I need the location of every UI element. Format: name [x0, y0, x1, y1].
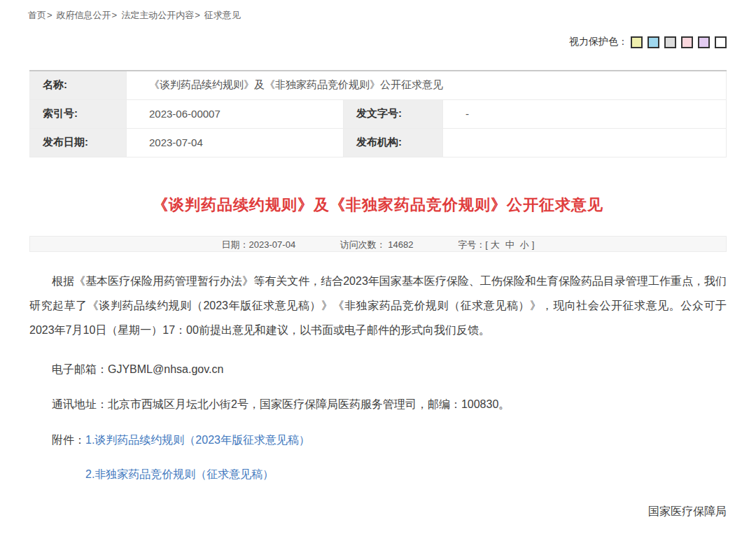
- article-meta-bar: 日期：2023-07-04 访问次数： 14682 字号：[大中小]: [29, 236, 727, 252]
- email-line: 电子邮箱：GJYBML@nhsa.gov.cn: [29, 363, 727, 377]
- publish-date-value: 2023-07-04: [127, 128, 344, 157]
- color-swatch-gray[interactable]: [664, 36, 676, 48]
- index-number-label: 索引号:: [30, 99, 127, 128]
- eye-protection-bar: 视力保护色：: [0, 36, 727, 48]
- attachment-link-2[interactable]: 2.非独家药品竞价规则（征求意见稿）: [85, 468, 310, 482]
- article-paragraph: 根据《基本医疗保险用药管理暂行办法》等有关文件，结合2023年国家基本医疗保险、…: [29, 269, 727, 342]
- attachments-block: 附件： 1.谈判药品续约规则（2023年版征求意见稿） 2.非独家药品竞价规则（…: [29, 433, 727, 482]
- eye-protection-label: 视力保护色：: [569, 36, 628, 48]
- breadcrumb-separator: >: [195, 10, 200, 20]
- publisher-label: 发布机构:: [344, 128, 443, 157]
- breadcrumb-separator: >: [47, 10, 52, 20]
- font-size-label: 字号：[: [458, 239, 488, 250]
- signature-agency: 国家医疗保障局: [29, 505, 727, 519]
- meta-date-label: 日期：: [222, 239, 249, 250]
- font-size-small-button[interactable]: 小: [520, 239, 529, 250]
- meta-font-size: 字号：[大中小]: [458, 239, 534, 250]
- content-container: 名称: 《谈判药品续约规则》及《非独家药品竞价规则》公开征求意见 索引号: 20…: [29, 70, 727, 541]
- name-value: 《谈判药品续约规则》及《非独家药品竞价规则》公开征求意见: [127, 71, 727, 99]
- publisher-value: [443, 128, 727, 157]
- breadcrumb-separator: >: [112, 10, 118, 20]
- article-body: 根据《基本医疗保险用药管理暂行办法》等有关文件，结合2023年国家基本医疗保险、…: [29, 269, 727, 541]
- doc-number-label: 发文字号:: [344, 99, 443, 128]
- attachments-label: 附件：: [52, 433, 85, 482]
- signature-block: 国家医疗保障局 2023年7月4日: [29, 505, 727, 541]
- index-number-value: 2023-06-00007: [127, 99, 344, 128]
- attachment-links: 1.谈判药品续约规则（2023年版征求意见稿） 2.非独家药品竞价规则（征求意见…: [85, 433, 310, 482]
- attachment-link-1[interactable]: 1.谈判药品续约规则（2023年版征求意见稿）: [85, 433, 310, 448]
- breadcrumb-item-gov-info[interactable]: 政府信息公开: [57, 10, 111, 20]
- meta-date: 日期：2023-07-04: [222, 239, 296, 250]
- meta-date-value: 2023-07-04: [249, 239, 296, 250]
- table-row-publish: 发布日期: 2023-07-04 发布机构:: [30, 128, 727, 157]
- document-info-table: 名称: 《谈判药品续约规则》及《非独家药品竞价规则》公开征求意见 索引号: 20…: [29, 70, 727, 157]
- font-size-medium-button[interactable]: 中: [505, 239, 514, 250]
- color-swatch-yellow[interactable]: [631, 36, 643, 48]
- color-swatch-blue[interactable]: [648, 36, 659, 48]
- table-row-name: 名称: 《谈判药品续约规则》及《非独家药品竞价规则》公开征求意见: [30, 71, 727, 99]
- color-swatch-purple[interactable]: [698, 36, 710, 48]
- breadcrumb-item-home[interactable]: 首页: [28, 10, 46, 20]
- color-swatch-white[interactable]: [715, 36, 727, 48]
- meta-visits-label: 访问次数：: [340, 239, 386, 250]
- page-title: 《谈判药品续约规则》及《非独家药品竞价规则》公开征求意见: [29, 195, 727, 216]
- font-size-bracket: ]: [532, 239, 535, 250]
- table-row-index: 索引号: 2023-06-00007 发文字号: -: [30, 99, 727, 128]
- eye-protection-swatches: [631, 36, 727, 48]
- name-label: 名称:: [30, 71, 127, 99]
- address-line: 通讯地址：北京市西城区月坛北小街2号，国家医疗保障局医药服务管理司，邮编：100…: [29, 398, 727, 412]
- meta-visits-value: 14682: [388, 239, 413, 250]
- font-size-large-button[interactable]: 大: [491, 239, 500, 250]
- color-swatch-pink[interactable]: [681, 36, 693, 48]
- doc-number-value: -: [443, 99, 727, 128]
- publish-date-label: 发布日期:: [30, 128, 127, 157]
- breadcrumb: 首页>政府信息公开>法定主动公开内容>征求意见: [28, 9, 756, 22]
- meta-visits: 访问次数： 14682: [340, 239, 414, 250]
- breadcrumb-item-current: 征求意见: [204, 10, 241, 20]
- breadcrumb-item-legal-disclosure[interactable]: 法定主动公开内容: [121, 10, 194, 20]
